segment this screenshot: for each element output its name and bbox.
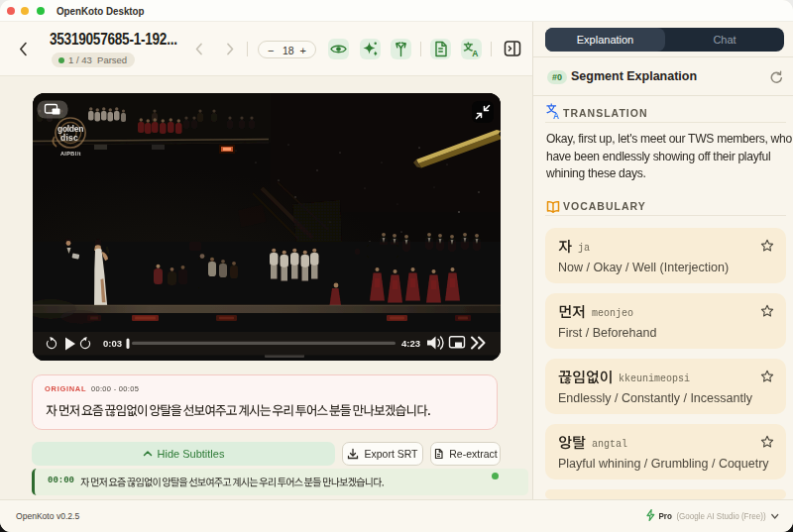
svg-text:A: A [553,111,559,121]
svg-text:disc: disc [60,133,78,143]
svg-text:4:23: 4:23 [401,338,420,349]
svg-text:0:03: 0:03 [103,338,122,349]
svg-text:A: A [472,49,478,58]
svg-text:AIPBI/t: AIPBI/t [60,151,81,157]
